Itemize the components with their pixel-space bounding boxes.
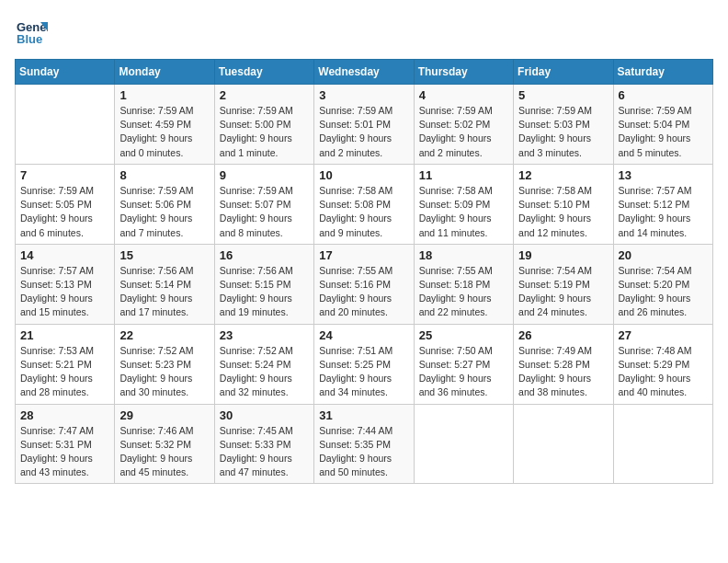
day-number: 18 [419, 248, 508, 262]
day-info: Sunrise: 7:58 AMSunset: 5:08 PMDaylight:… [319, 184, 408, 240]
day-number: 30 [220, 408, 309, 422]
calendar-cell [414, 404, 513, 484]
day-info: Sunrise: 7:59 AMSunset: 4:59 PMDaylight:… [119, 104, 209, 160]
calendar-cell: 27Sunrise: 7:48 AMSunset: 5:29 PMDayligh… [613, 324, 712, 404]
calendar-cell: 29Sunrise: 7:46 AMSunset: 5:32 PMDayligh… [115, 404, 214, 484]
day-header-saturday: Saturday [613, 60, 712, 85]
day-number: 7 [20, 168, 109, 182]
day-header-thursday: Thursday [414, 60, 513, 85]
day-number: 5 [518, 88, 608, 102]
calendar-cell: 7Sunrise: 7:59 AMSunset: 5:05 PMDaylight… [16, 164, 115, 244]
day-number: 19 [518, 248, 608, 262]
calendar-week-3: 21Sunrise: 7:53 AMSunset: 5:21 PMDayligh… [16, 324, 713, 404]
day-info: Sunrise: 7:56 AMSunset: 5:14 PMDaylight:… [119, 264, 209, 320]
day-header-sunday: Sunday [16, 60, 115, 85]
day-header-monday: Monday [115, 60, 214, 85]
calendar-cell: 16Sunrise: 7:56 AMSunset: 5:15 PMDayligh… [214, 244, 313, 324]
day-info: Sunrise: 7:52 AMSunset: 5:23 PMDaylight:… [119, 344, 209, 400]
calendar-cell: 15Sunrise: 7:56 AMSunset: 5:14 PMDayligh… [115, 244, 214, 324]
day-number: 10 [319, 168, 408, 182]
logo: General Blue [15, 15, 48, 48]
day-info: Sunrise: 7:48 AMSunset: 5:29 PMDaylight:… [619, 344, 708, 400]
day-number: 15 [119, 248, 209, 262]
day-number: 14 [20, 248, 109, 262]
calendar-week-4: 28Sunrise: 7:47 AMSunset: 5:31 PMDayligh… [16, 404, 713, 484]
day-number: 21 [20, 328, 109, 342]
day-number: 22 [119, 328, 209, 342]
day-number: 16 [220, 248, 309, 262]
calendar-body: 1Sunrise: 7:59 AMSunset: 4:59 PMDaylight… [16, 85, 713, 484]
day-number: 8 [119, 168, 209, 182]
calendar-cell: 4Sunrise: 7:59 AMSunset: 5:02 PMDaylight… [414, 85, 513, 165]
day-info: Sunrise: 7:55 AMSunset: 5:16 PMDaylight:… [319, 264, 408, 320]
calendar-cell: 1Sunrise: 7:59 AMSunset: 4:59 PMDaylight… [115, 85, 214, 165]
calendar-cell: 18Sunrise: 7:55 AMSunset: 5:18 PMDayligh… [414, 244, 513, 324]
day-number: 31 [319, 408, 408, 422]
calendar-cell: 5Sunrise: 7:59 AMSunset: 5:03 PMDaylight… [514, 85, 613, 165]
calendar-cell: 20Sunrise: 7:54 AMSunset: 5:20 PMDayligh… [613, 244, 712, 324]
day-info: Sunrise: 7:51 AMSunset: 5:25 PMDaylight:… [319, 344, 408, 400]
day-info: Sunrise: 7:53 AMSunset: 5:21 PMDaylight:… [20, 344, 109, 400]
calendar-cell [514, 404, 613, 484]
day-number: 1 [119, 88, 209, 102]
calendar-cell: 30Sunrise: 7:45 AMSunset: 5:33 PMDayligh… [214, 404, 313, 484]
svg-text:Blue: Blue [17, 32, 42, 46]
day-info: Sunrise: 7:44 AMSunset: 5:35 PMDaylight:… [319, 424, 408, 480]
day-info: Sunrise: 7:57 AMSunset: 5:13 PMDaylight:… [20, 264, 109, 320]
calendar-cell: 28Sunrise: 7:47 AMSunset: 5:31 PMDayligh… [16, 404, 115, 484]
day-number: 4 [419, 88, 508, 102]
calendar-cell: 10Sunrise: 7:58 AMSunset: 5:08 PMDayligh… [314, 164, 414, 244]
day-info: Sunrise: 7:59 AMSunset: 5:00 PMDaylight:… [220, 104, 309, 160]
day-header-friday: Friday [514, 60, 613, 85]
calendar-week-1: 7Sunrise: 7:59 AMSunset: 5:05 PMDaylight… [16, 164, 713, 244]
calendar-cell: 23Sunrise: 7:52 AMSunset: 5:24 PMDayligh… [214, 324, 313, 404]
page-header: General Blue [15, 15, 713, 48]
day-info: Sunrise: 7:45 AMSunset: 5:33 PMDaylight:… [220, 424, 309, 480]
calendar-cell [16, 85, 115, 165]
calendar-cell: 11Sunrise: 7:58 AMSunset: 5:09 PMDayligh… [414, 164, 513, 244]
calendar-cell: 19Sunrise: 7:54 AMSunset: 5:19 PMDayligh… [514, 244, 613, 324]
calendar-cell: 26Sunrise: 7:49 AMSunset: 5:28 PMDayligh… [514, 324, 613, 404]
day-number: 12 [518, 168, 608, 182]
day-info: Sunrise: 7:59 AMSunset: 5:04 PMDaylight:… [619, 104, 708, 160]
day-number: 28 [20, 408, 109, 422]
day-info: Sunrise: 7:56 AMSunset: 5:15 PMDaylight:… [220, 264, 309, 320]
calendar-cell: 31Sunrise: 7:44 AMSunset: 5:35 PMDayligh… [314, 404, 414, 484]
day-number: 20 [619, 248, 708, 262]
day-info: Sunrise: 7:59 AMSunset: 5:01 PMDaylight:… [319, 104, 408, 160]
day-info: Sunrise: 7:59 AMSunset: 5:07 PMDaylight:… [220, 184, 309, 240]
logo-icon: General Blue [15, 15, 48, 48]
day-number: 13 [619, 168, 708, 182]
day-number: 2 [220, 88, 309, 102]
calendar-week-0: 1Sunrise: 7:59 AMSunset: 4:59 PMDaylight… [16, 85, 713, 165]
calendar-cell: 2Sunrise: 7:59 AMSunset: 5:00 PMDaylight… [214, 85, 313, 165]
calendar-cell: 13Sunrise: 7:57 AMSunset: 5:12 PMDayligh… [613, 164, 712, 244]
calendar-cell: 6Sunrise: 7:59 AMSunset: 5:04 PMDaylight… [613, 85, 712, 165]
day-info: Sunrise: 7:59 AMSunset: 5:06 PMDaylight:… [119, 184, 209, 240]
day-info: Sunrise: 7:59 AMSunset: 5:05 PMDaylight:… [20, 184, 109, 240]
calendar-cell: 8Sunrise: 7:59 AMSunset: 5:06 PMDaylight… [115, 164, 214, 244]
calendar-cell: 17Sunrise: 7:55 AMSunset: 5:16 PMDayligh… [314, 244, 414, 324]
day-number: 25 [419, 328, 508, 342]
calendar-week-2: 14Sunrise: 7:57 AMSunset: 5:13 PMDayligh… [16, 244, 713, 324]
day-info: Sunrise: 7:58 AMSunset: 5:10 PMDaylight:… [518, 184, 608, 240]
calendar-cell: 3Sunrise: 7:59 AMSunset: 5:01 PMDaylight… [314, 85, 414, 165]
calendar-cell: 9Sunrise: 7:59 AMSunset: 5:07 PMDaylight… [214, 164, 313, 244]
day-number: 24 [319, 328, 408, 342]
day-number: 27 [619, 328, 708, 342]
day-number: 6 [619, 88, 708, 102]
calendar-cell: 14Sunrise: 7:57 AMSunset: 5:13 PMDayligh… [16, 244, 115, 324]
day-number: 3 [319, 88, 408, 102]
day-info: Sunrise: 7:46 AMSunset: 5:32 PMDaylight:… [119, 424, 209, 480]
day-number: 11 [419, 168, 508, 182]
calendar-cell: 24Sunrise: 7:51 AMSunset: 5:25 PMDayligh… [314, 324, 414, 404]
day-number: 17 [319, 248, 408, 262]
calendar-cell: 25Sunrise: 7:50 AMSunset: 5:27 PMDayligh… [414, 324, 513, 404]
day-info: Sunrise: 7:49 AMSunset: 5:28 PMDaylight:… [518, 344, 608, 400]
calendar-cell: 22Sunrise: 7:52 AMSunset: 5:23 PMDayligh… [115, 324, 214, 404]
day-number: 29 [119, 408, 209, 422]
day-info: Sunrise: 7:50 AMSunset: 5:27 PMDaylight:… [419, 344, 508, 400]
day-number: 23 [220, 328, 309, 342]
calendar-cell: 21Sunrise: 7:53 AMSunset: 5:21 PMDayligh… [16, 324, 115, 404]
day-info: Sunrise: 7:57 AMSunset: 5:12 PMDaylight:… [619, 184, 708, 240]
